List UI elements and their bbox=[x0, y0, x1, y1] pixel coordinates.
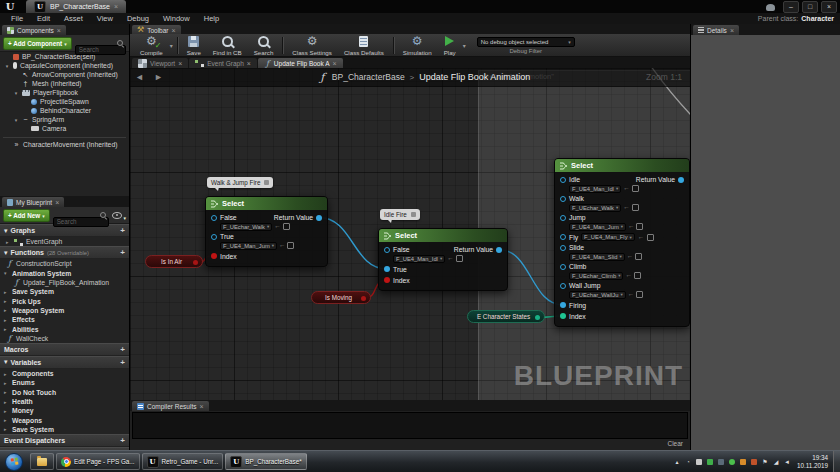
pin-object-icon[interactable] bbox=[560, 177, 566, 183]
tray-steam-icon[interactable] bbox=[728, 458, 736, 466]
tree-caret-icon[interactable]: ▸ bbox=[4, 298, 9, 304]
use-selected-icon[interactable]: ← bbox=[628, 223, 635, 230]
visibility-filter-button[interactable] bbox=[112, 206, 126, 224]
tab-details[interactable]: Details bbox=[693, 25, 739, 35]
tree-caret-icon[interactable]: ▸ bbox=[4, 371, 9, 377]
add-new-button[interactable]: + Add New bbox=[3, 209, 50, 222]
blueprint-graph-canvas[interactable]: Default "Locomotion" BLUEPRINT ◄ ► ƒ BP_… bbox=[130, 68, 690, 400]
play-button[interactable]: Play bbox=[438, 35, 462, 56]
asset-dropdown[interactable]: F_UEchar_Climb bbox=[569, 272, 623, 280]
close-button[interactable]: × bbox=[821, 1, 837, 13]
taskbar-button-retro-game-unr-[interactable]: URetro_Game - Unr... bbox=[142, 453, 224, 470]
asset-dropdown[interactable]: F_UEchar_WallJu bbox=[569, 291, 626, 299]
tray-package-icon[interactable] bbox=[739, 458, 747, 466]
tray-network-icon[interactable]: ◢ bbox=[772, 458, 780, 466]
taskbar-button-bp-characterbase-[interactable]: UBP_CharacterBase* bbox=[225, 453, 306, 470]
tree-caret-icon[interactable]: ▾ bbox=[4, 249, 8, 257]
pin-object-icon[interactable] bbox=[678, 177, 684, 183]
tab-components[interactable]: Components bbox=[2, 25, 66, 35]
close-icon[interactable] bbox=[178, 60, 182, 67]
tree-caret-icon[interactable]: ▸ bbox=[4, 426, 9, 432]
tree-caret-icon[interactable]: ▸ bbox=[4, 289, 9, 295]
node-select1[interactable]: SelectFalseF_UEchar_Walk←TrueF_UE4_Man_J… bbox=[205, 196, 328, 267]
show-desktop-button[interactable] bbox=[833, 451, 840, 472]
tray-green-app-icon[interactable] bbox=[706, 458, 714, 466]
category-enums[interactable]: ▸Enums bbox=[0, 378, 129, 387]
tree-caret-icon[interactable]: ▸ bbox=[4, 380, 9, 386]
category-components[interactable]: ▸Components bbox=[0, 369, 129, 378]
chevron-down-icon[interactable]: ▾ bbox=[462, 42, 467, 49]
breadcrumb-root[interactable]: BP_CharacterBase bbox=[332, 72, 405, 82]
tree-caret-icon[interactable]: ▸ bbox=[4, 389, 9, 395]
menu-item-debug[interactable]: Debug bbox=[120, 14, 156, 23]
use-selected-icon[interactable]: ← bbox=[627, 253, 634, 260]
tree-caret-icon[interactable]: ▾ bbox=[4, 63, 10, 69]
use-selected-icon[interactable]: ← bbox=[274, 223, 281, 230]
category-animation-system[interactable]: ▾Animation System bbox=[0, 269, 129, 278]
pin-object-icon[interactable] bbox=[560, 283, 566, 289]
save-button[interactable]: Save bbox=[181, 35, 207, 56]
node-select3[interactable]: SelectIdleF_UE4_Man_Idl←WalkF_UEchar_Wal… bbox=[554, 158, 690, 327]
tab-compiler-results[interactable]: Compiler Results bbox=[132, 401, 209, 411]
list-item-update_flipbook_animation[interactable]: ƒUpdate_FlipBook_Animation bbox=[0, 278, 129, 287]
category-save-system[interactable]: ▸Save System bbox=[0, 425, 129, 434]
browse-icon[interactable] bbox=[287, 242, 294, 249]
tray-flag-icon[interactable]: ⚑ bbox=[761, 458, 769, 466]
tray-mono-icon[interactable] bbox=[695, 458, 703, 466]
component-row[interactable]: Camera bbox=[0, 124, 129, 133]
use-selected-icon[interactable]: ← bbox=[447, 255, 454, 262]
browse-icon[interactable] bbox=[456, 255, 463, 262]
tray-alert-icon[interactable] bbox=[750, 458, 758, 466]
tree-caret-icon[interactable]: ▸ bbox=[4, 307, 9, 313]
menu-item-asset[interactable]: Asset bbox=[57, 14, 90, 23]
components-search-input[interactable] bbox=[75, 45, 126, 55]
my-blueprint-search-input[interactable] bbox=[53, 217, 110, 227]
category-do-not-touch[interactable]: ▸Do Not Touch bbox=[0, 388, 129, 397]
asset-dropdown[interactable]: F_UEchar_Walk bbox=[220, 223, 272, 231]
category-weapon-system[interactable]: ▸Weapon System bbox=[0, 306, 129, 315]
section-header-macros[interactable]: Macros+ bbox=[0, 343, 129, 356]
pin-bool-icon[interactable] bbox=[211, 253, 217, 259]
pin-object-icon[interactable] bbox=[560, 245, 566, 251]
browse-icon[interactable] bbox=[632, 185, 639, 192]
add-icon[interactable]: + bbox=[120, 345, 125, 354]
menu-item-edit[interactable]: Edit bbox=[30, 14, 57, 23]
browse-icon[interactable] bbox=[632, 204, 639, 211]
maximize-button[interactable]: □ bbox=[802, 1, 818, 13]
use-selected-icon[interactable]: ← bbox=[638, 234, 645, 241]
pin-object-icon[interactable] bbox=[560, 215, 566, 221]
tree-caret-icon[interactable]: ▸ bbox=[6, 239, 11, 245]
tray-volume-icon[interactable]: ◄ bbox=[783, 458, 791, 466]
component-row[interactable]: ▾CapsuleComponent (Inherited) bbox=[0, 61, 129, 70]
menu-item-view[interactable]: View bbox=[90, 14, 120, 23]
tray-display-icon[interactable] bbox=[717, 458, 725, 466]
tree-caret-icon[interactable]: ▸ bbox=[4, 399, 9, 405]
taskbar-button-edit-page-fps-ga-[interactable]: Edit Page - FPS Ga... bbox=[56, 453, 140, 470]
tray-expand-icon[interactable]: ▴ bbox=[673, 458, 681, 466]
component-row[interactable]: ▾PlayerFlipbook bbox=[0, 88, 129, 97]
close-icon[interactable] bbox=[57, 27, 61, 34]
back-arrow-icon[interactable]: ◄ bbox=[130, 72, 149, 82]
clear-button[interactable]: Clear bbox=[667, 440, 683, 447]
node-comment-bubble[interactable]: Idle Fire bbox=[380, 209, 420, 220]
list-item-wallcheck[interactable]: ƒWallCheck bbox=[0, 334, 129, 343]
asset-dropdown[interactable]: F_UE4_Man_Idl bbox=[569, 185, 621, 193]
tree-caret-icon[interactable]: ▸ bbox=[4, 326, 9, 332]
pin-object-icon[interactable] bbox=[560, 196, 566, 202]
pin-enum-icon[interactable] bbox=[535, 315, 540, 320]
tree-caret-icon[interactable]: ▾ bbox=[4, 358, 8, 366]
pin-enum-icon[interactable] bbox=[560, 313, 566, 319]
tab-viewport[interactable]: Viewport bbox=[132, 58, 188, 68]
variable-node-e-character-states[interactable]: E Character States bbox=[467, 310, 545, 323]
tree-caret-icon[interactable]: ▾ bbox=[13, 90, 19, 96]
component-row[interactable]: †Mesh (Inherited) bbox=[0, 79, 129, 88]
component-row[interactable]: »CharacterMovement (Inherited) bbox=[0, 140, 129, 149]
node-comment-bubble[interactable]: Walk & Jump Fire bbox=[207, 177, 273, 188]
add-icon[interactable]: + bbox=[120, 358, 125, 367]
find-in-cb-button[interactable]: Find in CB bbox=[207, 35, 248, 56]
close-icon[interactable] bbox=[55, 199, 59, 206]
category-save-system[interactable]: ▸Save System bbox=[0, 287, 129, 296]
menu-item-help[interactable]: Help bbox=[197, 14, 226, 23]
compile-button[interactable]: ⚙✓Compile bbox=[134, 35, 169, 56]
tray-clock-icon[interactable]: ◔ bbox=[684, 458, 692, 466]
